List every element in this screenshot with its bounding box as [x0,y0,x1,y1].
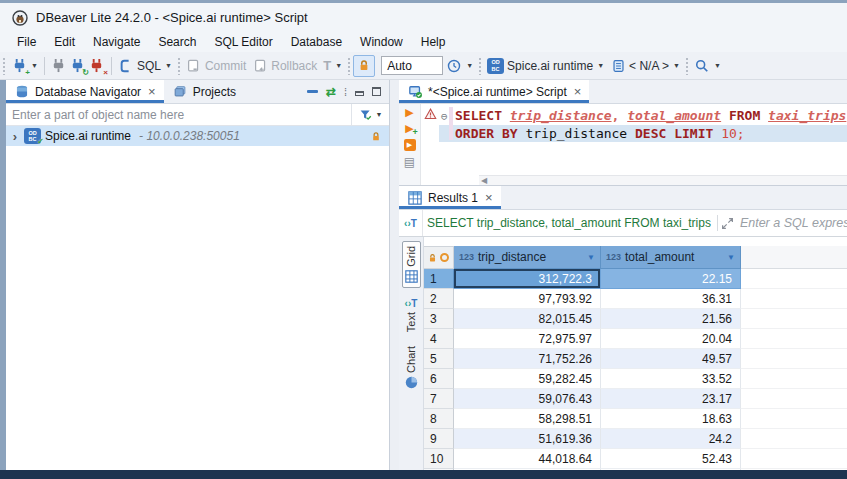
collapse-all-icon[interactable] [307,90,318,93]
cell-total-amount[interactable]: 49.57 [601,349,741,369]
cell-total-amount[interactable]: 21.56 [601,309,741,329]
connection-lock-toggle[interactable] [353,55,375,77]
menu-navigate[interactable]: Navigate [84,33,149,51]
tab-script[interactable]: *<Spice.ai runtime> Script × [399,80,589,103]
execute-script-button[interactable]: ▶ [404,139,416,151]
chevron-right-icon[interactable]: › [10,129,20,144]
transaction-log-button[interactable]: T ▼ [320,58,345,73]
table-row[interactable]: 472,975.9720.04 [424,329,847,349]
code-editor-area[interactable]: ⊖SELECT trip_distance, total_amount FROM… [439,104,847,185]
row-number[interactable]: 5 [424,349,454,369]
rollback-button[interactable]: Rollback [249,58,320,74]
results-filter-bar[interactable]: ‹›T SELECT trip_distance, total_amount F… [399,210,847,237]
menu-sql-editor[interactable]: SQL Editor [205,33,281,51]
menu-help[interactable]: Help [412,33,455,51]
panel-sash[interactable] [390,80,399,470]
cell-trip-distance[interactable]: 51,619.36 [454,429,601,449]
connect-icon[interactable] [51,58,67,74]
link-with-editor-icon[interactable]: ⇄ [326,85,336,99]
new-connection-icon[interactable]: + [11,58,27,74]
table-row[interactable]: 659,282.4533.52 [424,369,847,389]
connection-tree-item[interactable]: › ODBC✓ Spice.ai runtime - 10.0.0.238:50… [6,126,389,146]
row-number[interactable]: 6 [424,369,454,389]
cell-total-amount[interactable]: 22.15 [601,269,741,289]
cell-trip-distance[interactable]: 72,975.97 [454,329,601,349]
sort-arrow-icon[interactable]: ▼ [727,253,735,262]
filter-settings-button[interactable]: ▼ [351,104,389,125]
row-number[interactable]: 9 [424,429,454,449]
row-number[interactable]: 4 [424,329,454,349]
table-row[interactable]: 951,619.3624.2 [424,429,847,449]
cell-total-amount[interactable]: 33.52 [601,369,741,389]
cell-total-amount[interactable]: 18.63 [601,409,741,429]
cell-total-amount[interactable]: 23.17 [601,389,741,409]
cell-total-amount[interactable]: 36.31 [601,289,741,309]
connection-selector[interactable]: ODBC Spice.ai runtime ▼ [484,58,607,74]
table-row[interactable]: 297,793.9236.31 [424,289,847,309]
chevron-down-icon[interactable]: ▼ [597,62,604,69]
table-row[interactable]: 1312,722.322.15 [424,269,847,289]
title-bar[interactable]: DBeaver Lite 24.2.0 - <Spice.ai runtime>… [0,3,847,32]
tab-database-navigator[interactable]: Database Navigator × [6,80,164,103]
column-header-total-amount[interactable]: 123 total_amount ▼ [601,246,741,269]
table-row[interactable]: 759,076.4323.17 [424,389,847,409]
row-number[interactable]: 3 [424,309,454,329]
chevron-down-icon[interactable]: ▼ [165,62,172,69]
horizontal-scrollbar[interactable]: ◀ [479,175,847,185]
history-clock-icon[interactable] [446,58,462,74]
menu-search[interactable]: Search [149,33,205,51]
chevron-down-icon[interactable]: ▼ [31,62,38,69]
tab-projects[interactable]: Projects [164,80,244,103]
tab-text[interactable]: ‹›T Text [403,294,420,336]
row-number[interactable]: 8 [424,409,454,429]
table-row[interactable]: 1044,018.6452.43 [424,449,847,469]
table-row[interactable]: 382,015.4521.56 [424,309,847,329]
cell-trip-distance[interactable]: 59,282.45 [454,369,601,389]
code-line[interactable]: ORDER BY trip_distance DESC LIMIT 10; [439,125,847,142]
explain-plan-button[interactable]: ▤ [404,156,415,168]
table-row[interactable]: 571,752.2649.57 [424,349,847,369]
cell-total-amount[interactable]: 52.43 [601,449,741,469]
row-number[interactable]: 10 [424,449,454,469]
close-icon[interactable]: × [148,85,156,98]
tab-chart[interactable]: Chart [403,342,420,393]
menu-file[interactable]: File [8,33,45,51]
reconnect-icon[interactable]: ↻ [70,58,86,74]
search-button[interactable]: ▼ [691,58,724,74]
autocommit-input[interactable]: Auto [381,56,443,75]
expand-panel-icon[interactable] [720,215,736,231]
grid-corner-cell[interactable] [424,246,454,269]
menu-database[interactable]: Database [282,33,351,51]
cell-trip-distance[interactable]: 312,722.3 [454,269,601,289]
chevron-down-icon[interactable]: ▼ [673,62,680,69]
column-header-trip-distance[interactable]: 123 trip_distance ▼ [454,246,601,269]
sort-arrow-icon[interactable]: ▼ [587,253,595,262]
close-icon[interactable]: × [485,191,493,204]
cell-trip-distance[interactable]: 71,752.26 [454,349,601,369]
scroll-left-arrow-icon[interactable]: ◀ [479,176,487,185]
cell-trip-distance[interactable]: 97,793.92 [454,289,601,309]
execute-statement-button[interactable]: ▶ [405,107,413,118]
cell-total-amount[interactable]: 24.2 [601,429,741,449]
table-row[interactable]: 858,298.5118.63 [424,409,847,429]
execute-new-tab-button[interactable]: ▶+ [405,123,413,134]
cell-trip-distance[interactable]: 59,076.43 [454,389,601,409]
code-area[interactable]: ⊖SELECT trip_distance, total_amount FROM… [439,107,847,142]
chevron-down-icon[interactable]: ▼ [466,62,473,69]
object-filter-input[interactable] [6,104,351,125]
chevron-down-icon[interactable]: ▼ [714,62,721,69]
cell-total-amount[interactable]: 20.04 [601,329,741,349]
cell-trip-distance[interactable]: 44,018.64 [454,449,601,469]
tab-grid[interactable]: Grid [402,241,421,288]
sql-expression-placeholder[interactable]: Enter a SQL expression to [736,216,847,230]
minimize-icon[interactable] [355,91,364,96]
tab-results-1[interactable]: Results 1 × [399,186,501,209]
cell-trip-distance[interactable]: 82,015.45 [454,309,601,329]
chevron-down-icon[interactable]: ▼ [376,111,383,118]
row-number[interactable]: 2 [424,289,454,309]
row-number[interactable]: 7 [424,389,454,409]
close-icon[interactable]: × [574,85,582,98]
row-number[interactable]: 1 [424,269,454,289]
view-menu-icon[interactable]: ⁞ [344,86,347,98]
database-selector[interactable]: < N/A > ▼ [607,58,683,74]
